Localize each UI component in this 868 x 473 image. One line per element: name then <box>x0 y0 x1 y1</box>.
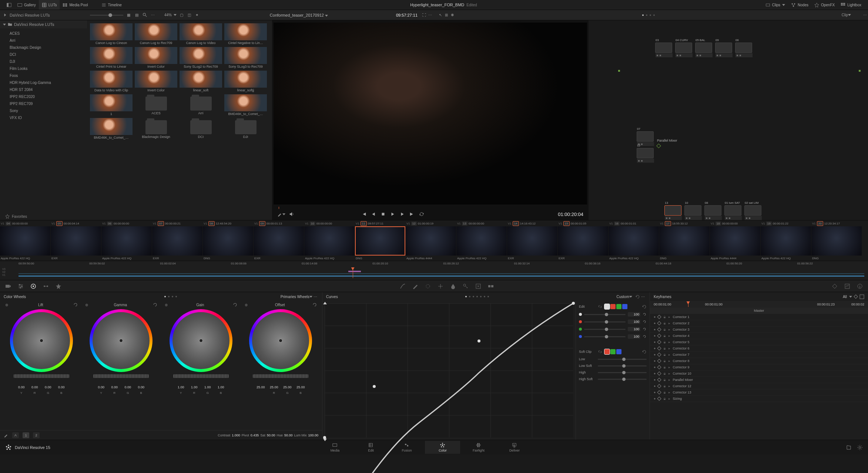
picker-icon[interactable] <box>277 212 282 217</box>
clip-thumbnail[interactable]: V10812:48:54:20DNG <box>203 220 253 261</box>
clip-thumbnail[interactable]: V11800:00:00:00Apple ProRes 4444 <box>710 220 760 261</box>
wheel-value[interactable]: 0.00 <box>121 385 134 389</box>
wheel-value[interactable]: 0.00 <box>42 385 54 389</box>
channel-r[interactable] <box>610 304 616 309</box>
sidebar-item[interactable]: IPP2 REC709 <box>0 100 87 107</box>
lut-item[interactable]: Data to Video with Clip <box>90 71 133 92</box>
lut-item[interactable]: Invert Color <box>135 71 177 92</box>
gallery-button[interactable]: Gallery <box>14 0 39 10</box>
lut-item[interactable]: Canon Log to Cineon <box>90 23 133 45</box>
reset-icon[interactable] <box>643 312 647 317</box>
curves-mode[interactable]: Custom <box>617 295 629 299</box>
nodes-button[interactable]: Nodes <box>788 0 811 10</box>
parallel-mixer-node[interactable] <box>656 143 661 148</box>
wheels-more-icon[interactable]: ⋯ <box>312 294 318 300</box>
keyframe-row[interactable]: ●▸Corrector 2 <box>650 320 868 327</box>
clip-thumbnail[interactable]: V11900:00:01:22Apple ProRes 422 HQ <box>761 220 811 261</box>
settings-icon[interactable] <box>857 445 863 450</box>
lut-item[interactable]: Cintel Negative to Lin… <box>224 23 267 45</box>
viewer-opt1-icon[interactable]: ▢ <box>178 12 184 18</box>
project-manager-icon[interactable] <box>846 445 852 450</box>
master-wheel-strip[interactable] <box>253 374 308 378</box>
sidebar-item[interactable]: IPP2 REC2020 <box>0 93 87 100</box>
sidebar-item[interactable]: Arri <box>0 37 87 44</box>
clip-thumbnail[interactable]: V11000:00:00:00Apple ProRes 422 HQ <box>304 220 355 261</box>
kf-mode[interactable]: All <box>843 295 847 299</box>
wheel-value[interactable]: 25.00 <box>268 385 280 389</box>
reset-icon[interactable] <box>642 304 647 309</box>
link-icon[interactable] <box>598 349 602 354</box>
clip-thumbnail[interactable]: V11300:00:00:00Apple ProRes 422 HQ <box>456 220 507 261</box>
viewer-opt2-icon[interactable]: ◫ <box>186 12 192 18</box>
clip-thumbnail[interactable]: V11500:00:01:05EXR <box>558 220 608 261</box>
keyframe-row[interactable]: ●▸Corrector 10 <box>650 371 868 377</box>
luts-button[interactable]: LUTs <box>39 0 60 10</box>
lowsoft-slider[interactable] <box>598 365 647 366</box>
wheel-value[interactable]: 0.00 <box>55 385 68 389</box>
sidebar-root[interactable]: DaVinci Resolve LUTs <box>0 20 87 28</box>
color-node[interactable]: 09 <box>715 43 732 53</box>
lut-item[interactable]: DCI <box>180 118 222 139</box>
curve-black-marker[interactable] <box>323 439 327 441</box>
loop-icon[interactable] <box>419 212 424 217</box>
lut-item[interactable]: Blackmagic Design <box>135 118 177 139</box>
kf-ruler[interactable]: 00:00:01:00 00:00:01:00 00:00:01:23 00:0… <box>650 301 868 308</box>
mute-icon[interactable] <box>289 212 294 217</box>
low-slider[interactable] <box>598 359 647 360</box>
lut-item[interactable]: 1 <box>90 94 133 116</box>
timeline-playhead[interactable] <box>353 268 353 278</box>
intensity-slider-b[interactable] <box>584 336 626 337</box>
color-wheel[interactable] <box>170 309 232 372</box>
kf-master[interactable]: Master <box>754 309 764 312</box>
node-graph[interactable]: Parallel Mixer 0304 CURV05 BAL0906071213… <box>589 20 868 220</box>
clip-thumbnail[interactable]: V11600:00:01:01Apple ProRes 422 HQ <box>609 220 659 261</box>
color-wheel[interactable] <box>249 309 312 372</box>
channel-g[interactable] <box>616 304 621 309</box>
curves-more-icon[interactable]: ⋯ <box>640 294 646 300</box>
color-node[interactable]: 03 <box>655 43 672 53</box>
keyframe-row[interactable]: ●▸Corrector 5 <box>650 339 868 345</box>
master-wheel-strip[interactable] <box>14 374 69 378</box>
sizing-icon[interactable] <box>475 283 481 289</box>
color-node[interactable]: 08 <box>704 205 721 216</box>
master-wheel-strip[interactable] <box>173 374 229 378</box>
lut-item[interactable]: Sony SLog2 to Rec709 <box>180 47 222 68</box>
qualifier-icon[interactable] <box>412 283 418 289</box>
keyframe-mode-icon[interactable] <box>832 283 838 289</box>
keyframe-row[interactable]: ●▸Corrector 4 <box>650 333 868 339</box>
target-icon[interactable] <box>30 283 36 289</box>
lut-item[interactable]: Cintel Print to Linear <box>90 47 133 68</box>
stereo-icon[interactable] <box>488 283 494 289</box>
wheel-value[interactable]: 0.00 <box>15 385 28 389</box>
clip-thumbnail[interactable]: V10900:00:01:13EXR <box>254 220 304 261</box>
clip-thumbnail[interactable]: V11718:55:30:12DNG <box>659 220 710 261</box>
lut-item[interactable]: Arri <box>180 94 222 116</box>
channel-y[interactable] <box>604 304 610 309</box>
lightbox-button[interactable]: Lightbox <box>838 0 864 10</box>
lut-item[interactable]: DJI <box>224 118 267 139</box>
intensity-slider-y[interactable] <box>584 314 626 315</box>
last-frame-icon[interactable] <box>409 212 415 217</box>
link-icon[interactable] <box>598 304 602 309</box>
node-mode[interactable]: Clip <box>842 13 848 17</box>
keyframe-row[interactable]: ●▸Corrector 13 <box>650 389 868 396</box>
clip-thumbnail[interactable]: V10500:00:04:14EXR <box>51 220 101 261</box>
play-icon[interactable] <box>390 212 395 217</box>
high-slider[interactable] <box>598 372 647 373</box>
intensity-slider-r[interactable] <box>584 321 626 322</box>
window-icon[interactable] <box>425 283 431 289</box>
expand-icon[interactable]: ⛶ <box>421 12 427 18</box>
reset-icon[interactable] <box>642 349 647 354</box>
diamond-icon[interactable] <box>854 294 858 298</box>
keyframe-row[interactable]: ●▸Corrector 1 <box>650 314 868 320</box>
wheels-mode[interactable]: Primaries Wheels <box>281 295 309 299</box>
channel-b[interactable] <box>622 304 627 309</box>
grid-view-icon[interactable]: ▤ <box>134 12 140 18</box>
adjust-icon[interactable] <box>18 283 24 289</box>
wheel-value[interactable]: 25.00 <box>281 385 294 389</box>
keyframe-row[interactable]: ●▸Corrector 3 <box>650 327 868 333</box>
keyframe-row[interactable]: ●▸Corrector 7 <box>650 352 868 358</box>
lut-item[interactable]: linear_softjj <box>224 71 267 92</box>
scrub-playhead[interactable] <box>279 207 279 209</box>
keyframe-row[interactable]: ●▸Corrector 6 <box>650 345 868 352</box>
